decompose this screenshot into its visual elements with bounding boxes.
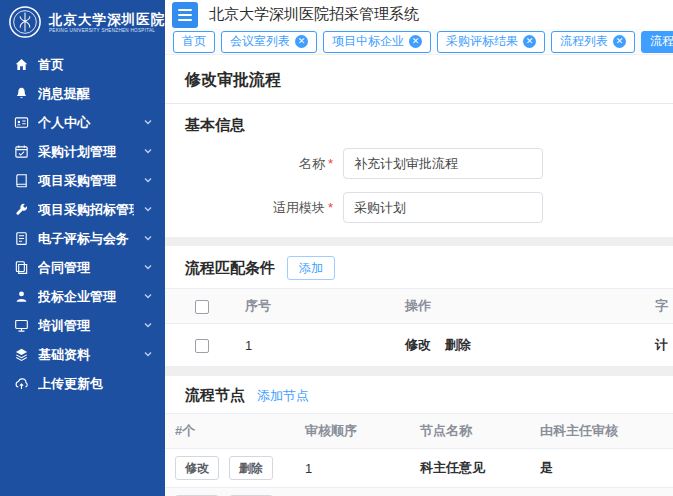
row-checkbox[interactable] [195,339,209,353]
conditions-header-row: 序号 操作 字 [165,289,673,324]
col-node-action: #个 [165,414,295,449]
close-icon[interactable]: ✕ [523,35,536,48]
book-icon [14,173,29,188]
add-condition-button[interactable]: 添加 [287,256,335,280]
add-node-link[interactable]: 添加节点 [257,387,309,405]
col-node-dept: 由科主任审核 [530,414,673,449]
sidebar-item-e-evaluation[interactable]: 电子评标与会务 [0,224,165,253]
sidebar-item-label: 项目采购管理 [38,172,134,190]
tab-evaluation-result[interactable]: 采购评标结果 ✕ [437,31,545,53]
node-row: 修改 删除 1 科主任意见 是 [165,449,673,488]
delete-node-button[interactable]: 删除 [229,456,273,480]
bell-icon [14,86,29,101]
sidebar-item-basic-data[interactable]: 基础资料 [0,340,165,369]
sidebar-item-procurement-plan[interactable]: 采购计划管理 [0,137,165,166]
condition-modify-link[interactable]: 修改 [405,337,431,352]
node-name: 采购员意见 [410,488,530,496]
module-form-row: 适用模块* [185,192,673,223]
tab-label: 首页 [182,33,206,50]
sidebar-item-bidder-management[interactable]: 投标企业管理 [0,282,165,311]
name-input[interactable] [343,148,543,179]
home-icon [14,57,29,72]
document-icon [14,231,29,246]
sidebar: 北京大学深圳医院 PEKING UNIVERSITY SHENZHEN HOSP… [0,0,165,496]
tab-process[interactable]: 流程 ✕ [641,31,673,53]
tab-label: 会议室列表 [230,33,290,50]
node-order: 1 [295,449,410,488]
main-area: 北京大学深圳医院招采管理系统 首页 会议室列表 ✕ 项目中标企业 ✕ 采购评标结… [165,0,673,496]
top-bar: 北京大学深圳医院招采管理系统 [165,0,673,29]
required-mark: * [328,156,333,171]
node-dept-review: 是 [530,449,673,488]
sidebar-item-personal-center[interactable]: 个人中心 [0,108,165,137]
tab-meeting-room-list[interactable]: 会议室列表 ✕ [221,31,317,53]
tab-label: 项目中标企业 [332,33,404,50]
sidebar-item-label: 培训管理 [38,317,134,335]
section-divider [165,367,673,376]
process-nodes-section: 流程节点 添加节点 #个 审核顺序 节点名称 由科主任审核 [165,376,673,496]
tab-bar: 首页 会议室列表 ✕ 项目中标企业 ✕ 采购评标结果 ✕ 流程列表 ✕ 流程 ✕ [165,29,673,55]
sidebar-item-training[interactable]: 培训管理 [0,311,165,340]
close-icon[interactable]: ✕ [613,35,626,48]
label-text: 名称 [299,156,325,171]
section-divider [165,237,673,246]
sidebar-item-label: 投标企业管理 [38,288,134,306]
close-icon[interactable]: ✕ [409,35,422,48]
sidebar-item-project-bidding[interactable]: 项目采购招标管理 [0,195,165,224]
col-action: 操作 [395,289,645,324]
tab-label: 流程 [650,33,673,50]
tab-project-winning-bidder[interactable]: 项目中标企业 ✕ [323,31,431,53]
modify-node-button[interactable]: 修改 [175,456,219,480]
sidebar-item-label: 个人中心 [38,114,134,132]
basic-info-title: 基本信息 [185,116,673,135]
condition-delete-link[interactable]: 删除 [445,337,471,352]
hospital-name-cn: 北京大学深圳医院 [49,13,165,28]
sidebar-item-contract[interactable]: 合同管理 [0,253,165,282]
tab-home[interactable]: 首页 [173,31,215,53]
cloud-upload-icon [14,376,29,391]
tab-label: 流程列表 [560,33,608,50]
sidebar-item-label: 项目采购招标管理 [38,201,134,219]
sidebar-item-project-procurement[interactable]: 项目采购管理 [0,166,165,195]
tab-process-list[interactable]: 流程列表 ✕ [551,31,635,53]
sidebar-item-label: 电子评标与会务 [38,230,134,248]
files-icon [14,260,29,275]
menu-toggle-button[interactable] [172,2,198,28]
node-order: 2 [295,488,410,496]
module-input[interactable] [343,192,543,223]
name-label: 名称* [185,155,343,173]
hospital-logo-icon [8,5,42,43]
system-title: 北京大学深圳医院招采管理系统 [209,5,419,24]
name-form-row: 名称* [185,148,673,179]
match-conditions-section: 流程匹配条件 添加 序号 操作 字 [165,246,673,367]
chevron-down-icon [143,173,153,188]
label-text: 适用模块 [273,200,325,215]
chevron-down-icon [143,289,153,304]
col-seq: 序号 [235,289,395,324]
match-conditions-title: 流程匹配条件 [185,259,275,278]
nodes-table: #个 审核顺序 节点名称 由科主任审核 修改 删除 1 [165,413,673,496]
sidebar-item-home[interactable]: 首页 [0,50,165,79]
hospital-logo-block: 北京大学深圳医院 PEKING UNIVERSITY SHENZHEN HOSP… [0,0,165,46]
sidebar-item-label: 消息提醒 [38,85,153,103]
id-card-icon [14,115,29,130]
node-dept-review: 否 [530,488,673,496]
basic-info-section: 基本信息 名称* 适用模块* [165,104,673,237]
page-content: 修改审批流程 基本信息 名称* 适用模块* [165,55,673,496]
select-all-checkbox[interactable] [195,300,209,314]
page-title: 修改审批流程 [185,70,673,91]
module-label: 适用模块* [185,199,343,217]
layers-icon [14,347,29,362]
sidebar-item-upload-package[interactable]: 上传更新包 [0,369,165,398]
sidebar-item-label: 合同管理 [38,259,134,277]
nodes-header-row: #个 审核顺序 节点名称 由科主任审核 [165,414,673,449]
close-icon[interactable]: ✕ [295,35,308,48]
sidebar-item-messages[interactable]: 消息提醒 [0,79,165,108]
tab-label: 采购评标结果 [446,33,518,50]
chevron-down-icon [143,347,153,362]
hospital-name-en: PEKING UNIVERSITY SHENZHEN HOSPITAL [49,28,156,33]
sidebar-item-label: 首页 [38,56,153,74]
chevron-down-icon [143,202,153,217]
wrench-icon [14,202,29,217]
chevron-down-icon [143,144,153,159]
